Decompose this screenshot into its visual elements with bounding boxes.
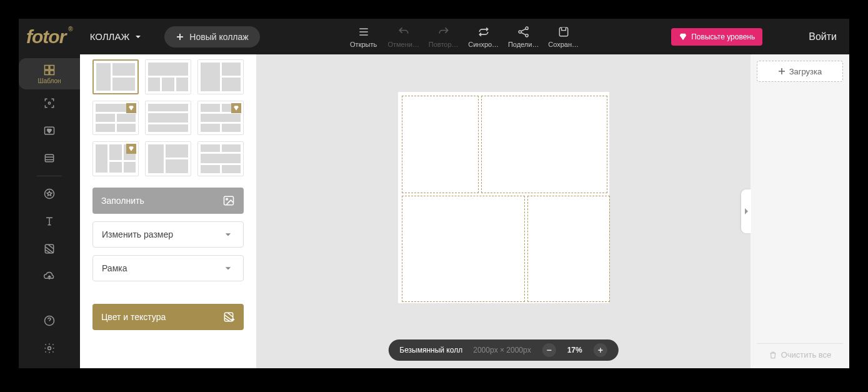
template-item[interactable] [145,141,191,176]
canvas-cell[interactable] [527,196,610,302]
login-link[interactable]: Войти [809,31,837,43]
template-item[interactable] [197,101,244,136]
upload-button[interactable]: Загрузка [757,61,843,82]
menu-icon [357,26,370,38]
text-icon [43,215,56,228]
sync-button[interactable]: Синхро… [464,21,504,53]
undo-icon [397,26,410,38]
template-item[interactable] [92,101,139,136]
document-name[interactable]: Безымянный колла [399,346,462,354]
plus-icon [778,68,786,75]
canvas-dimensions: 2000px × 2000px [473,346,531,354]
svg-point-14 [48,347,51,350]
texture-icon [222,311,235,323]
sidebar-tab-layers[interactable] [19,144,80,172]
sidebar-settings[interactable] [19,334,80,362]
cloud-upload-icon [43,270,56,283]
new-collage-label: Новый коллаж [189,32,248,42]
registered-mark: ® [68,26,72,33]
svg-point-8 [48,102,50,104]
canvas-area: Безымянный колла 2000px × 2000px − 17% + [256,54,751,368]
gear-icon [43,342,56,354]
svg-rect-5 [50,65,54,69]
svg-rect-7 [50,70,54,74]
header: fotor® КОЛЛАЖ Новый коллаж Открыть Отмен… [19,19,849,54]
logo-text: fotor [26,26,66,48]
zoom-out-button[interactable]: − [542,343,556,357]
template-icon [43,64,56,76]
sidebar-tab-text[interactable] [19,208,80,235]
template-item[interactable] [197,141,244,176]
svg-point-1 [526,27,528,29]
canvas-cell[interactable] [402,96,479,193]
sidebar-tab-label: Шаблон [37,78,61,84]
chevron-down-icon [134,33,142,41]
template-item[interactable] [92,141,139,176]
focus-icon [43,97,56,109]
sidebar-help[interactable] [19,307,80,334]
svg-point-0 [519,30,521,33]
new-collage-button[interactable]: Новый коллаж [164,26,259,48]
premium-badge [126,144,136,154]
template-item[interactable] [145,101,191,136]
canvas-status-bar: Безымянный колла 2000px × 2000px − 17% + [388,339,618,361]
collapse-right-panel[interactable] [741,189,751,233]
zoom-in-button[interactable]: + [594,343,607,357]
svg-rect-10 [45,154,53,162]
upgrade-label: Повысьте уровень [691,33,755,41]
sync-icon [477,26,490,38]
diamond-icon [679,33,687,41]
chevron-right-icon [743,207,749,216]
resize-label: Изменить размер [102,229,173,239]
heart-icon [43,124,56,137]
sidebar-tab-template[interactable]: Шаблон [19,58,80,89]
save-button[interactable]: Сохран… [544,21,584,53]
open-button[interactable]: Открыть [344,21,384,53]
undo-button[interactable]: Отмени… [384,21,424,53]
premium-badge [126,103,136,113]
sidebar-tab-focus[interactable] [19,89,80,117]
redo-button[interactable]: Повтор… [424,21,464,53]
collage-canvas[interactable] [398,92,609,303]
svg-point-2 [526,34,528,36]
frame-label: Рамка [102,263,127,273]
svg-point-16 [226,198,228,200]
sidebar-tab-stickers[interactable] [19,117,80,144]
fill-button[interactable]: Заполнить [92,188,244,214]
canvas-cell[interactable] [481,96,607,193]
logo[interactable]: fotor® [26,26,71,48]
template-item[interactable] [145,59,191,94]
color-texture-button[interactable]: Цвет и текстура [92,304,244,330]
mode-selector[interactable]: КОЛЛАЖ [90,31,142,42]
trash-icon [769,351,777,359]
chevron-down-icon [222,228,234,241]
template-grid [92,59,244,176]
plus-icon [176,33,184,41]
redo-icon [437,26,450,38]
svg-rect-4 [45,65,49,69]
template-item[interactable] [197,59,244,94]
color-texture-label: Цвет и текстура [101,312,166,322]
share-icon [517,26,530,38]
premium-badge [231,103,241,113]
clear-all-button[interactable]: Очистить все [757,343,843,362]
svg-rect-15 [224,196,234,204]
zoom-level[interactable]: 17% [567,346,582,354]
save-icon [557,26,570,38]
sidebar-tab-effects[interactable] [19,180,80,208]
clear-all-label: Очистить все [781,350,832,359]
sidebar-tab-cloud[interactable] [19,263,80,290]
template-item[interactable] [92,59,139,94]
layers-icon [43,152,56,164]
canvas-cell[interactable] [402,196,526,302]
top-toolbar: Открыть Отмени… Повтор… Синхро… Подели… … [344,21,584,53]
share-button[interactable]: Подели… [504,21,544,53]
chevron-down-icon [222,262,234,274]
resize-button[interactable]: Изменить размер [92,221,244,248]
frame-button[interactable]: Рамка [92,255,244,281]
sidebar-tab-background[interactable] [19,235,80,263]
upgrade-button[interactable]: Повысьте уровень [671,28,762,46]
svg-rect-6 [45,70,49,74]
star-circle-icon [43,188,56,200]
fill-label: Заполнить [101,196,144,206]
